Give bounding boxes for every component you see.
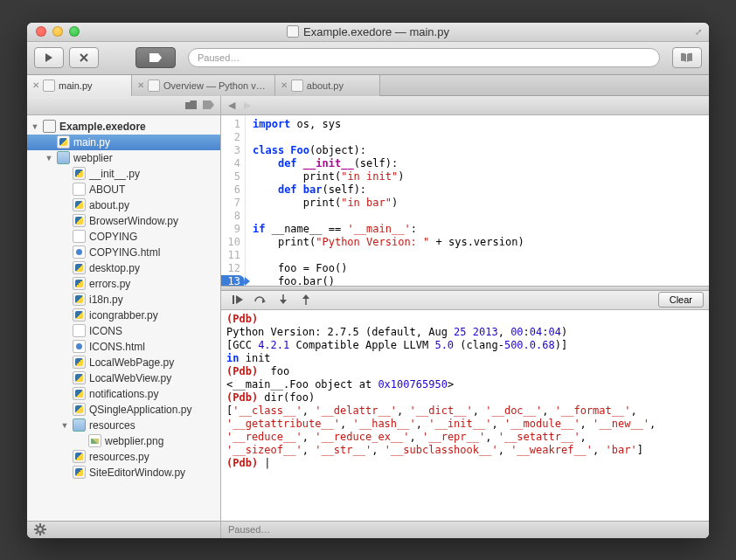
editor-nav: ◀ ▶ bbox=[221, 96, 709, 115]
nav-forward-icon[interactable]: ▶ bbox=[244, 100, 251, 111]
svg-line-7 bbox=[43, 532, 45, 534]
bookmarks-button[interactable] bbox=[672, 47, 702, 68]
line-number-9[interactable]: 9 bbox=[221, 223, 240, 236]
line-number-7[interactable]: 7 bbox=[221, 197, 240, 210]
clear-button[interactable]: Clear bbox=[658, 292, 704, 308]
debug-toolbar: Clear bbox=[221, 291, 709, 310]
tree-item-main-py[interactable]: main.py bbox=[27, 135, 220, 150]
tree-item-label: i18n.py bbox=[89, 294, 123, 306]
step-out-button[interactable] bbox=[295, 292, 317, 308]
line-number-12[interactable]: 12 bbox=[221, 262, 240, 275]
continue-button[interactable] bbox=[226, 292, 249, 308]
tree-item-label: errors.py bbox=[89, 278, 130, 290]
tree-item-label: desktop.py bbox=[89, 262, 140, 274]
tree-item-i18n-py[interactable]: i18n.py bbox=[27, 292, 220, 308]
project-root[interactable]: ▼Example.exedore bbox=[27, 119, 220, 135]
sidebar-statusbar bbox=[27, 521, 220, 538]
svg-rect-10 bbox=[233, 295, 234, 304]
folder-icon[interactable] bbox=[185, 100, 198, 110]
py-icon bbox=[73, 214, 86, 227]
tree-item-__init__-py[interactable]: __init__.py bbox=[27, 166, 220, 182]
tree-item-icongrabber-py[interactable]: icongrabber.py bbox=[27, 308, 220, 323]
tree-item-desktop-py[interactable]: desktop.py bbox=[27, 260, 220, 276]
line-number-8[interactable]: 8 bbox=[221, 210, 240, 223]
py-icon bbox=[73, 167, 86, 180]
minimize-window-button[interactable] bbox=[52, 26, 63, 37]
svg-marker-14 bbox=[280, 300, 287, 304]
stop-button[interactable] bbox=[69, 47, 99, 68]
tag-button[interactable] bbox=[135, 47, 176, 68]
tree-item-ABOUT[interactable]: ABOUT bbox=[27, 182, 220, 197]
folder-icon bbox=[57, 151, 70, 164]
project-icon bbox=[43, 120, 56, 133]
project-name: Example.exedore bbox=[59, 121, 146, 133]
line-number-5[interactable]: 5 bbox=[221, 170, 240, 183]
line-number-13[interactable]: 13 bbox=[221, 275, 245, 286]
line-number-6[interactable]: 6 bbox=[221, 183, 240, 197]
tree-item-errors-py[interactable]: errors.py bbox=[27, 276, 220, 292]
search-input[interactable]: Paused… bbox=[188, 48, 660, 67]
line-number-2[interactable]: 2 bbox=[221, 131, 240, 144]
tree-item-SiteEditorWindow-py[interactable]: SiteEditorWindow.py bbox=[27, 465, 220, 480]
tree-item-COPYING[interactable]: COPYING bbox=[27, 229, 220, 245]
step-over-button[interactable] bbox=[249, 292, 272, 308]
tree-item-label: about.py bbox=[89, 199, 129, 211]
line-number-4[interactable]: 4 bbox=[221, 157, 240, 170]
line-number-10[interactable]: 10 bbox=[221, 236, 240, 249]
line-number-3[interactable]: 3 bbox=[221, 144, 240, 157]
close-tab-icon[interactable]: ✕ bbox=[32, 80, 39, 90]
py-icon bbox=[73, 293, 86, 306]
window-title: Example.exedore — main.py bbox=[27, 25, 709, 38]
debug-console[interactable]: (Pdb) Python Version: 2.7.5 (default, Au… bbox=[221, 310, 709, 521]
tree-item-notifications-py[interactable]: notifications.py bbox=[27, 386, 220, 402]
tree-item-BrowserWindow-py[interactable]: BrowserWindow.py bbox=[27, 213, 220, 229]
close-tab-icon[interactable]: ✕ bbox=[137, 80, 144, 90]
line-number-11[interactable]: 11 bbox=[221, 249, 240, 262]
book-icon bbox=[680, 52, 694, 63]
tree-item-about-py[interactable]: about.py bbox=[27, 197, 220, 213]
tree-item-webplier-png[interactable]: webplier.png bbox=[27, 433, 220, 449]
zoom-window-button[interactable] bbox=[69, 26, 80, 37]
fullscreen-icon[interactable]: ⤢ bbox=[695, 27, 702, 37]
py-icon bbox=[73, 277, 86, 290]
folder-icon bbox=[73, 418, 86, 432]
tree-item-label: webplier bbox=[73, 152, 113, 164]
tree-item-webplier[interactable]: ▼webplier bbox=[27, 150, 220, 166]
close-window-button[interactable] bbox=[36, 26, 46, 37]
html-icon bbox=[73, 245, 86, 259]
step-in-button[interactable] bbox=[272, 292, 295, 308]
py-icon bbox=[73, 261, 86, 274]
tag-small-icon[interactable] bbox=[203, 100, 215, 109]
tree-item-label: LocalWebPage.py bbox=[89, 356, 174, 369]
close-tab-icon[interactable]: ✕ bbox=[281, 80, 288, 90]
code-editor[interactable]: 12345678910111213 import os, sys class F… bbox=[221, 115, 709, 286]
tree-item-LocalWebView-py[interactable]: LocalWebView.py bbox=[27, 370, 220, 386]
tree-item-ICONS[interactable]: ICONS bbox=[27, 323, 220, 339]
svg-marker-0 bbox=[45, 53, 52, 62]
gear-icon[interactable] bbox=[34, 523, 46, 536]
run-button[interactable] bbox=[34, 47, 64, 68]
nav-back-icon[interactable]: ◀ bbox=[228, 100, 235, 111]
tree-item-label: ICONS.html bbox=[89, 341, 145, 353]
tree-item-ICONS-html[interactable]: ICONS.html bbox=[27, 339, 220, 355]
tab-label: about.py bbox=[307, 80, 344, 91]
py-icon bbox=[73, 356, 86, 369]
tree-item-COPYING-html[interactable]: COPYING.html bbox=[27, 245, 220, 260]
tree-item-LocalWebPage-py[interactable]: LocalWebPage.py bbox=[27, 355, 220, 370]
tree-item-QSingleApplication-py[interactable]: QSingleApplication.py bbox=[27, 402, 220, 418]
tab-2[interactable]: ✕about.py bbox=[275, 75, 380, 96]
tab-label: Overview — Python v… bbox=[163, 80, 266, 91]
tree-item-resources-py[interactable]: resources.py bbox=[27, 449, 220, 465]
file-tree[interactable]: ▼Example.exedoremain.py▼webplier__init__… bbox=[27, 115, 220, 521]
tree-item-label: notifications.py bbox=[89, 388, 158, 400]
file-icon bbox=[43, 80, 55, 92]
code-text[interactable]: import os, sys class Foo(object): def __… bbox=[246, 115, 709, 286]
svg-line-6 bbox=[36, 525, 38, 527]
line-gutter[interactable]: 12345678910111213 bbox=[221, 115, 246, 286]
line-number-1[interactable]: 1 bbox=[221, 118, 240, 131]
tree-item-label: icongrabber.py bbox=[89, 309, 158, 321]
tree-item-resources[interactable]: ▼resources bbox=[27, 418, 220, 433]
py-icon bbox=[73, 387, 86, 400]
tab-0[interactable]: ✕main.py bbox=[27, 75, 132, 96]
tab-1[interactable]: ✕Overview — Python v… bbox=[132, 75, 275, 96]
